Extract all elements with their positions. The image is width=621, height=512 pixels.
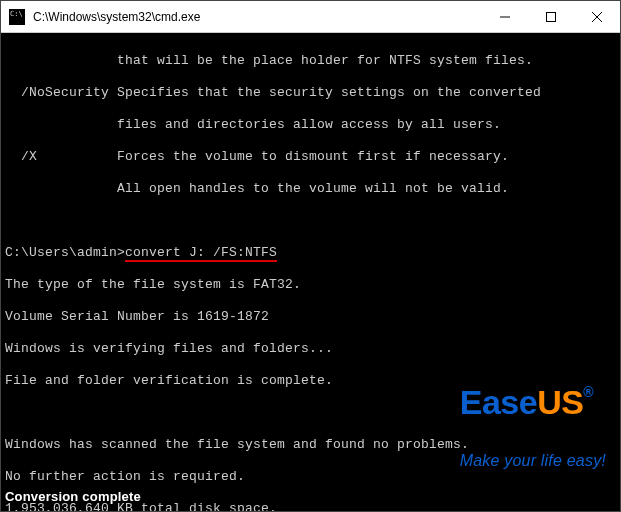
minimize-icon (500, 12, 510, 22)
cmd-icon (9, 9, 25, 25)
maximize-button[interactable] (528, 1, 574, 33)
help-line: All open handles to the volume will not … (5, 181, 616, 197)
window-title: C:\Windows\system32\cmd.exe (33, 10, 200, 24)
blank-line (5, 405, 616, 421)
help-line: /X Forces the volume to dismount first i… (5, 149, 616, 165)
output-line: Windows has scanned the file system and … (5, 437, 616, 453)
output-line: Volume Serial Number is 1619-1872 (5, 309, 616, 325)
output-line: File and folder verification is complete… (5, 373, 616, 389)
blank-line (5, 213, 616, 229)
output-line: No further action is required. (5, 469, 616, 485)
help-line: /NoSecurity Specifies that the security … (5, 85, 616, 101)
status-text: Conversion complete (5, 489, 141, 505)
close-icon (592, 12, 602, 22)
prompt-path: C:\Users\admin> (5, 245, 125, 260)
output-line: The type of the file system is FAT32. (5, 277, 616, 293)
help-line: that will be the place holder for NTFS s… (5, 53, 616, 69)
help-line: files and directories allow access by al… (5, 117, 616, 133)
brand-tagline: Make your life easy! (460, 453, 606, 469)
close-button[interactable] (574, 1, 620, 33)
output-line: Windows is verifying files and folders..… (5, 341, 616, 357)
prompt-line: C:\Users\admin>convert J: /FS:NTFS (5, 245, 616, 261)
terminal-body[interactable]: that will be the place holder for NTFS s… (1, 33, 620, 511)
window-titlebar: C:\Windows\system32\cmd.exe (1, 1, 620, 33)
command-text: convert J: /FS:NTFS (125, 245, 277, 262)
svg-rect-1 (547, 12, 556, 21)
maximize-icon (546, 12, 556, 22)
minimize-button[interactable] (482, 1, 528, 33)
